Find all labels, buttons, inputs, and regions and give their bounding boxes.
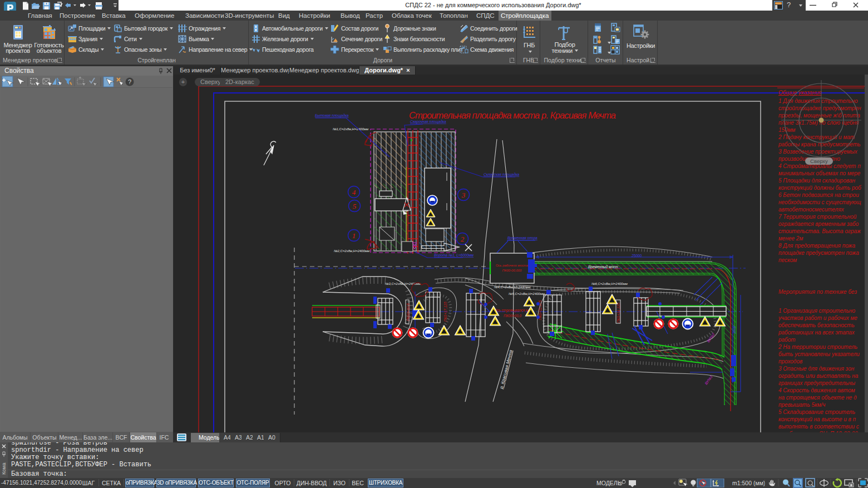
svg-text:№5,С=2хВм,Н=2400мм: №5,С=2хВм,Н=2400мм [509, 292, 545, 295]
svg-text:ограждается временным забо: ограждается временным забо [778, 221, 859, 227]
svg-text:стоительства. Высота ограж: стоительства. Высота ограж [778, 228, 861, 234]
svg-text:песком: песком [778, 257, 797, 263]
svg-text:Бытовая площадка: Бытовая площадка [315, 114, 349, 118]
svg-text:8 Для предотвращения пожа: 8 Для предотвращения пожа [778, 243, 855, 249]
svg-text:3 Опасные для движения зон: 3 Опасные для движения зон [778, 366, 855, 372]
svg-text:менее 2м: менее 2м [778, 235, 803, 241]
svg-text:6 Бетон подвозится на строи: 6 Бетон подвозится на строи [778, 192, 859, 198]
svg-text:7 Территория строительной: 7 Территория строительной [778, 214, 857, 220]
svg-text:автобетоносмесителях: автобетоносмесителях [778, 206, 845, 213]
svg-text:1 Для движения строительно: 1 Для движения строительно [778, 98, 858, 104]
svg-text:2 Подачу конструкций и мат: 2 Подачу конструкций и мат [778, 134, 855, 140]
svg-text:150мм: 150мм [778, 127, 796, 133]
svg-text:5 Площадки для складирован: 5 Площадки для складирован [778, 178, 856, 184]
svg-text:ПК00+00,5: ПК00+00,5 [406, 303, 410, 321]
svg-text:проходов: проходов [778, 358, 802, 364]
svg-text:на строящемся объекте не д: на строящемся объекте не д [778, 395, 857, 401]
svg-text:3 Возведение проектируемых: 3 Возведение проектируемых [778, 149, 858, 155]
svg-text:быть установлены указатели: быть установлены указатели [778, 351, 860, 357]
svg-text:обеспечивать безопасность: обеспечивать безопасность [778, 322, 855, 328]
svg-text:3: 3 [461, 191, 466, 199]
svg-text:конструкций должны быть роб: конструкций должны быть роб [778, 185, 861, 191]
svg-text:работающих на всех этапах: работающих на всех этапах [778, 329, 855, 336]
svg-text:превышать 5км/ч: превышать 5км/ч [778, 402, 826, 408]
svg-text:4 Скорость движения автом: 4 Скорость движения автом [778, 387, 855, 393]
svg-text:5: 5 [353, 202, 357, 210]
svg-text:необходимости с существующ: необходимости с существующ [778, 199, 861, 205]
svg-text:1: 1 [352, 231, 356, 240]
svg-text:25000: 25000 [631, 254, 642, 258]
svg-text:3000: 3000 [732, 326, 736, 334]
svg-text:Временная опора: Временная опора [507, 236, 537, 240]
svg-text:№1,С=2х8м,Н=2400мм: №1,С=2х8м,Н=2400мм [333, 127, 368, 131]
svg-text:Ворота №1, L=6000мм: Ворота №1, L=6000мм [434, 253, 474, 258]
svg-text:№4,С=2хВм,Н=2400мм: №4,С=2хВм,Н=2400мм [494, 285, 530, 289]
svg-text:работ: работ [778, 337, 796, 343]
svg-text:Ось рабочего моста: Ось рабочего моста [496, 264, 529, 267]
svg-text:ПК0+17,125: ПК0+17,125 [443, 302, 447, 322]
svg-text:границах предупредительны: границах предупредительны [778, 380, 856, 386]
svg-text:проезды, мощенные ж\б плита: проезды, мощенные ж\б плита [778, 112, 860, 119]
svg-text:Ось строящегося м: Ось строящегося м [494, 308, 529, 313]
svg-text:№2,С=2х8м,Н=2400мм: №2,С=2х8м,Н=2400мм [334, 249, 369, 253]
svg-text:стройплощадке предусмотрен: стройплощадке предусмотрен [778, 105, 861, 111]
svg-text:Строительная площадка моста р.: Строительная площадка моста р. Красивая … [409, 110, 616, 120]
svg-text:плане 3х1.75м) по слою щебня: плане 3х1.75м) по слою щебня [778, 120, 859, 126]
svg-text:№6,С=2хВм,Н=2400мм: №6,С=2хВм,Н=2400мм [591, 282, 628, 285]
svg-text:5 Складирование строитель: 5 Складирование строитель [778, 409, 855, 415]
svg-text:Складская площадка: Складская площадка [484, 172, 520, 177]
svg-text:площадке предусмотрен пожа: площадке предусмотрен пожа [778, 250, 859, 256]
svg-text:ВУ№2: ВУ№2 [706, 332, 716, 343]
svg-text:ПК0+14,125: ПК0+14,125 [617, 303, 620, 323]
svg-text:№3,С=2х8м,Н=2400мм: №3,С=2х8м,Н=2400мм [385, 282, 421, 285]
svg-text:Мероприятия по технике без: Мероприятия по технике без [778, 289, 857, 295]
svg-text:Сварочная площадка: Сварочная площадка [410, 120, 446, 124]
svg-text:Кома: Кома [1, 463, 7, 475]
svg-text:Сверху: Сверху [810, 158, 828, 164]
svg-text:ПК00-00,000: ПК00-00,000 [502, 269, 522, 272]
svg-text:конструкций на высоте и в п: конструкций на высоте и в п [778, 416, 856, 422]
svg-text:2 На территории строитель: 2 На территории строитель [778, 344, 857, 350]
svg-text:выполнять в соответствии с: выполнять в соответствии с [778, 423, 859, 430]
svg-text:ПК00+00,0: ПК00+00,0 [504, 314, 522, 318]
svg-text:2: 2 [461, 235, 465, 243]
svg-text:?: ? [128, 78, 131, 85]
svg-text:ВУ№1: ВУ№1 [704, 374, 713, 386]
svg-text:4: 4 [352, 188, 356, 196]
svg-text:участков работ и рабочих ме: участков работ и рабочих ме [778, 315, 857, 321]
svg-text:оградить или выставлять на: оградить или выставлять на [778, 373, 859, 379]
svg-text:р. Красивая Мечта: р. Красивая Мечта [499, 349, 514, 390]
svg-text:минимальных объемах по мере: минимальных объемах по мере [778, 170, 861, 176]
svg-text:1 Организация строительно: 1 Организация строительно [778, 308, 855, 314]
